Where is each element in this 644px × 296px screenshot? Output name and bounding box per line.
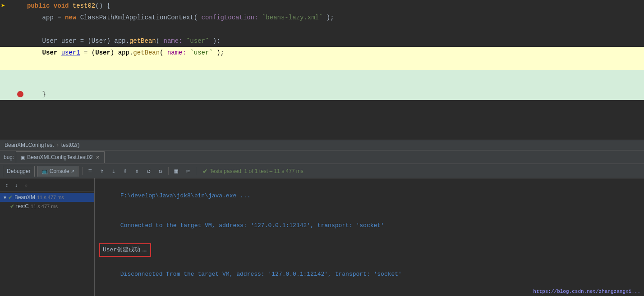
tab-bean-xml-config-test[interactable]: ▣ BeanXMLConfigTest.test02 ✕ — [16, 151, 104, 163]
console-highlighted-box: User创建成功…… — [99, 242, 639, 258]
line-number-3 — [0, 23, 25, 35]
line-number-6 — [0, 59, 25, 70]
breadcrumb-bar: BeanXMLConfigTest › test02() — [0, 140, 644, 150]
toolbar-table-btn[interactable]: ▦ — [171, 166, 181, 176]
code-line-6 — [0, 59, 644, 70]
footer-link: https://blog.csdn.net/zhangzangxi... — [533, 289, 640, 294]
toolbar-stop-btn[interactable]: ↻ — [156, 166, 166, 176]
execution-arrow: ➤ — [1, 1, 5, 10]
tree-expand-arrow: ▼ — [3, 195, 7, 200]
console-tab-icon: ▣ — [21, 155, 25, 160]
code-line-3 — [0, 23, 644, 35]
console-line-4: Disconnected from the target VM, address… — [99, 260, 639, 289]
toolbar-separator-1 — [82, 167, 83, 175]
test-node-name: BeanXM — [14, 194, 35, 200]
test-node-time-2: 11 s 477 ms — [31, 204, 58, 209]
tab-close-button[interactable]: ✕ — [96, 155, 100, 160]
debugger-label: Debugger — [7, 168, 31, 174]
test-node-name-2: testC — [16, 203, 29, 209]
toolbar-step-over-btn[interactable]: ⇩ — [120, 166, 130, 176]
console-label: 📺 — [41, 168, 48, 174]
test-tree-panel: ↕ ↓ » ▼ ✔ BeanXM 11 s 477 ms ✔ testC 11 … — [0, 178, 95, 296]
console-pin-icon: ↗ — [71, 169, 74, 174]
test-pass-icon-2: ✔ — [10, 203, 14, 209]
test-node-time: 11 s 477 ms — [37, 195, 64, 200]
console-line-1: F:\develop\Java\jdk8\bin\java.exe ... — [99, 181, 639, 211]
breakpoint-indicator — [17, 91, 23, 97]
breadcrumb-class: BeanXMLConfigTest — [5, 142, 54, 148]
test-node-testc[interactable]: ✔ testC 11 s 477 ms — [0, 202, 94, 211]
line-number-2 — [0, 12, 25, 23]
toolbar-separator-2 — [168, 167, 169, 175]
console-tab[interactable]: 📺 Console ↗ — [37, 166, 78, 177]
breadcrumb-separator: › — [55, 141, 59, 149]
code-line-5-current: User user1 = ( User ) app. getBean ( nam… — [0, 47, 644, 59]
test-node-beanxm[interactable]: ▼ ✔ BeanXM 11 s 477 ms — [0, 193, 94, 202]
test-tree-filter-btn[interactable]: ↓ — [12, 182, 20, 190]
toolbar-separator-3 — [196, 167, 196, 175]
toolbar-up-btn[interactable]: ⇑ — [97, 166, 107, 176]
bottom-panel: ↕ ↓ » ▼ ✔ BeanXM 11 s 477 ms ✔ testC 11 … — [0, 178, 644, 296]
line-number-4 — [0, 35, 25, 47]
debug-tab-bar: bug: ▣ BeanXMLConfigTest.test02 ✕ — [0, 150, 644, 164]
test-pass-icon: ✔ — [8, 194, 13, 200]
code-line-2: app = new ClassPathXmlApplicationContext… — [0, 12, 644, 23]
toolbar-rerun-btn[interactable]: ↺ — [144, 166, 154, 176]
console-line-2: Connected to the target VM, address: '12… — [99, 211, 639, 241]
code-line-8: } — [0, 88, 644, 100]
tab-label: BeanXMLConfigTest.test02 — [27, 154, 92, 160]
code-line-1: ➤ public void test02 () { — [0, 0, 644, 12]
breadcrumb-method: test02() — [61, 142, 80, 148]
test-passed-badge: ✔ Tests passed: 1 of 1 test – 11 s 477 m… — [202, 168, 304, 175]
debugger-tab[interactable]: Debugger — [3, 166, 35, 177]
check-icon: ✔ — [202, 168, 208, 175]
line-number-5 — [0, 47, 25, 59]
line-number-8 — [0, 88, 25, 100]
line-number-1: ➤ — [0, 0, 25, 12]
code-line-4: User user = ( User ) app. getBean ( name… — [0, 35, 644, 47]
console-line-3-boxed: User创建成功…… — [99, 243, 151, 257]
code-editor: ➤ public void test02 () { app = new Clas… — [0, 0, 644, 140]
test-tree-sort-btn[interactable]: ↕ — [3, 182, 11, 190]
console-output-panel: F:\develop\Java\jdk8\bin\java.exe ... Co… — [95, 178, 644, 296]
toolbar-menu-btn[interactable]: ≡ — [85, 166, 95, 176]
toolbar-step-into-btn[interactable]: ⇧ — [132, 166, 142, 176]
test-status-text: Tests passed: 1 of 1 test – 11 s 477 ms — [210, 168, 304, 174]
code-line-7 — [0, 70, 644, 88]
toolbar-down-btn[interactable]: ⇓ — [109, 166, 119, 176]
console-toolbar: Debugger 📺 Console ↗ ≡ ⇑ ⇓ ⇩ ⇧ ↺ ↻ ▦ ⇌ ✔… — [0, 164, 644, 178]
line-number-7 — [0, 70, 25, 88]
debug-label: bug: — [4, 154, 14, 160]
toolbar-align-btn[interactable]: ⇌ — [183, 166, 193, 176]
